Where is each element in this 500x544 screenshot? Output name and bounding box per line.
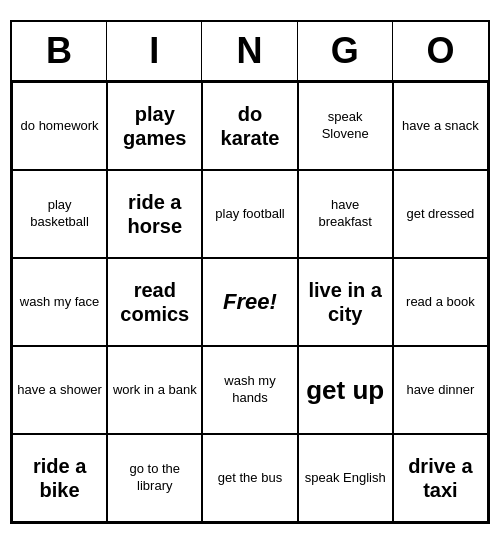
bingo-cell[interactable]: have dinner xyxy=(393,346,488,434)
bingo-cell[interactable]: do karate xyxy=(202,82,297,170)
bingo-cell[interactable]: ride a horse xyxy=(107,170,202,258)
bingo-cell[interactable]: go to the library xyxy=(107,434,202,522)
bingo-cell[interactable]: wash my face xyxy=(12,258,107,346)
header-letter: I xyxy=(107,22,202,80)
bingo-cell[interactable]: have breakfast xyxy=(298,170,393,258)
bingo-cell[interactable]: live in a city xyxy=(298,258,393,346)
bingo-cell[interactable]: play football xyxy=(202,170,297,258)
bingo-header: BINGO xyxy=(12,22,488,82)
bingo-cell[interactable]: Free! xyxy=(202,258,297,346)
bingo-cell[interactable]: read a book xyxy=(393,258,488,346)
bingo-cell[interactable]: drive a taxi xyxy=(393,434,488,522)
header-letter: N xyxy=(202,22,297,80)
bingo-cell[interactable]: speak Slovene xyxy=(298,82,393,170)
header-letter: O xyxy=(393,22,488,80)
bingo-cell[interactable]: read comics xyxy=(107,258,202,346)
bingo-cell[interactable]: play basketball xyxy=(12,170,107,258)
bingo-cell[interactable]: play games xyxy=(107,82,202,170)
bingo-cell[interactable]: ride a bike xyxy=(12,434,107,522)
header-letter: G xyxy=(298,22,393,80)
header-letter: B xyxy=(12,22,107,80)
bingo-cell[interactable]: have a snack xyxy=(393,82,488,170)
bingo-cell[interactable]: get dressed xyxy=(393,170,488,258)
bingo-cell[interactable]: get the bus xyxy=(202,434,297,522)
bingo-cell[interactable]: have a shower xyxy=(12,346,107,434)
bingo-cell[interactable]: do homework xyxy=(12,82,107,170)
bingo-cell[interactable]: get up xyxy=(298,346,393,434)
bingo-cell[interactable]: speak English xyxy=(298,434,393,522)
bingo-grid: do homeworkplay gamesdo karatespeak Slov… xyxy=(12,82,488,522)
bingo-card: BINGO do homeworkplay gamesdo karatespea… xyxy=(10,20,490,524)
bingo-cell[interactable]: wash my hands xyxy=(202,346,297,434)
bingo-cell[interactable]: work in a bank xyxy=(107,346,202,434)
